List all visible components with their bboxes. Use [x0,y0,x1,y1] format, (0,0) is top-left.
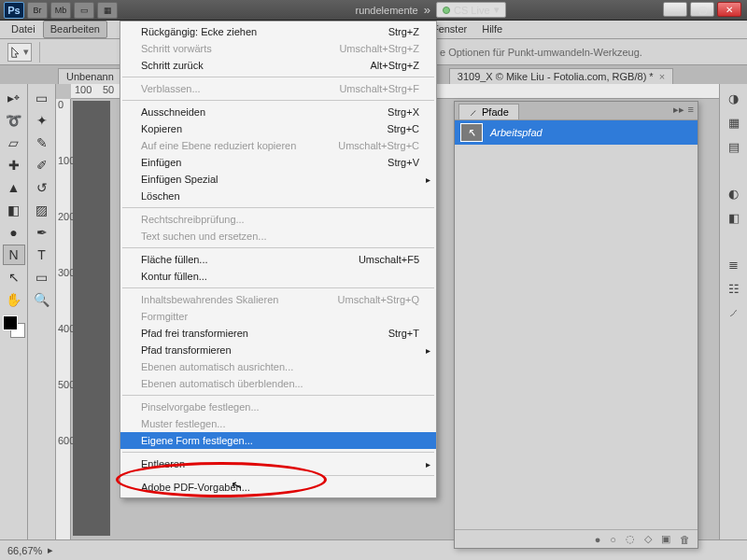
pen-tool[interactable]: ✒ [31,222,53,243]
workspace-label[interactable]: rundelemente [355,5,417,16]
menu-paste-special[interactable]: Einfügen Spezial▸ [120,171,436,188]
marquee-tool[interactable]: ▭ [31,88,53,108]
hand-tool[interactable]: ✋ [3,289,25,310]
submenu-arrow-icon: ▸ [426,175,430,185]
convert-point-tool[interactable]: N [3,245,25,265]
path-item[interactable]: ↖ Arbeitspfad [455,120,698,145]
menu-cut[interactable]: AusschneidenStrg+X [120,104,436,120]
menu-hilfe[interactable]: Hilfe [474,21,510,38]
eyedropper-tool[interactable]: ✎ [31,133,53,153]
separator [122,395,434,396]
doc-tab-2[interactable]: 3109_X © Mike Liu - Fotolia.com, RGB/8) … [449,68,673,84]
app-logo[interactable]: Ps [4,2,24,19]
shape-tool[interactable]: ▭ [31,267,53,287]
separator [122,287,434,288]
menu-free-transform-path[interactable]: Pfad frei transformierenStrg+T [120,325,436,342]
color-swatch[interactable] [3,315,25,338]
eraser-tool[interactable]: ◧ [3,200,25,220]
menu-content-aware-scale: Inhaltsbewahrendes SkalierenUmschalt+Str… [120,291,436,308]
new-path-icon[interactable]: ▣ [661,533,670,545]
panel-tab-bar: ⟋ Pfade ▸▸ ≡ [455,102,698,120]
swatches-panel-icon[interactable]: ▦ [724,112,744,133]
delete-path-icon[interactable]: 🗑 [680,534,690,545]
separator [122,100,434,101]
separator [122,475,434,476]
view-extras-button[interactable]: ▦ [97,2,118,19]
path-thumbnail: ↖ [460,123,483,142]
panel-menu-icon[interactable]: ≡ [688,104,694,116]
panel-collapse-icon[interactable]: ▸▸ [673,104,684,116]
hint-text: e Optionen für Punkt-umwandeln-Werkzeug. [440,47,642,58]
bridge-button[interactable]: Br [27,2,48,19]
crop-tool[interactable]: ▱ [3,133,25,153]
menu-auto-align: Ebenen automatisch ausrichten... [120,358,436,375]
channels-panel-icon[interactable]: ☷ [724,278,744,299]
menu-transform-path[interactable]: Pfad transformieren▸ [120,342,436,358]
menu-datei[interactable]: Datei [4,21,43,38]
minimize-button[interactable]: — [663,2,687,17]
titlebar: Ps Br Mb ▭ ▦ rundelemente » CS Live ▾ — … [0,0,747,21]
move-tool[interactable]: ▸✥ [3,88,25,108]
maximize-button[interactable]: ▢ [690,2,714,17]
foreground-color[interactable] [3,315,18,330]
menu-define-custom-shape[interactable]: Eigene Form festlegen... [120,432,436,449]
lasso-tool[interactable]: ➰ [3,110,25,131]
close-button[interactable]: ✕ [717,2,741,17]
clone-stamp-tool[interactable]: ▲ [3,177,25,198]
zoom-tool[interactable]: 🔍 [31,289,53,310]
masks-panel-icon[interactable]: ◧ [724,207,744,228]
submenu-arrow-icon: ▸ [426,345,430,356]
paths-tab[interactable]: ⟋ Pfade [458,104,519,119]
menu-copy-merged: Auf eine Ebene reduziert kopierenUmschal… [120,137,436,154]
paths-list: ↖ Arbeitspfad [455,120,698,529]
color-panel-icon[interactable]: ◑ [724,88,744,108]
menu-undo[interactable]: Rückgängig: Ecke ziehenStrg+Z [120,23,436,40]
workspace-more-icon[interactable]: » [424,3,430,17]
menu-define-pattern: Muster festlegen... [120,415,436,432]
path-label: Arbeitspfad [490,127,543,138]
menu-delete[interactable]: Löschen [120,188,436,204]
brush-tool[interactable]: ✐ [31,155,53,175]
paths-panel: ⟋ Pfade ▸▸ ≡ ↖ Arbeitspfad ● ○ ◌ ◇ ▣ 🗑 [454,101,698,549]
type-tool[interactable]: T [31,245,53,265]
path-selection-tool[interactable]: ↖ [3,267,25,287]
layers-panel-icon[interactable]: ≣ [724,254,744,274]
close-icon[interactable]: × [659,71,665,82]
cslive-button[interactable]: CS Live ▾ [436,2,506,18]
submenu-arrow-icon: ▸ [426,459,430,469]
paths-panel-icon[interactable]: ⟋ [724,302,744,323]
toolbox-col-b: ▭ ✦ ✎ ✐ ↺ ▨ ✒ T ▭ 🔍 [28,84,56,539]
separator [122,452,434,453]
styles-panel-icon[interactable]: ▤ [724,136,744,157]
menu-paste[interactable]: EinfügenStrg+V [120,154,436,171]
gradient-tool[interactable]: ▨ [31,200,53,220]
screen-mode-button[interactable]: ▭ [74,2,94,19]
menu-purge[interactable]: Entleeren▸ [120,455,436,472]
cslive-status-dot [443,7,450,14]
menu-stroke[interactable]: Kontur füllen... [120,268,436,285]
status-arrow-icon[interactable]: ▸ [48,544,53,556]
menu-bearbeiten[interactable]: Bearbeiten [43,21,107,38]
zoom-field[interactable]: 66,67% [7,545,42,556]
magic-wand-tool[interactable]: ✦ [31,110,53,131]
load-selection-icon[interactable]: ◌ [626,533,635,545]
dodge-tool[interactable]: ● [3,222,25,243]
doc-tab-1[interactable]: Unbenann [58,68,122,84]
stroke-path-icon[interactable]: ○ [610,534,616,545]
fill-path-icon[interactable]: ● [595,534,601,545]
menu-pdf-presets[interactable]: Adobe PDF-Vorgaben... [120,479,436,496]
tool-preset-picker[interactable]: ▾ [7,43,32,62]
separator [122,207,434,208]
healing-brush-tool[interactable]: ✚ [3,155,25,175]
make-workpath-icon[interactable]: ◇ [644,533,652,545]
history-brush-tool[interactable]: ↺ [31,177,53,198]
menu-step-backward[interactable]: Schritt zurückAlt+Strg+Z [120,57,436,74]
adjustments-panel-icon[interactable]: ◐ [724,183,744,203]
menu-puppet-warp: Formgitter [120,308,436,325]
minibridge-button[interactable]: Mb [50,2,71,19]
convert-point-icon [10,46,23,59]
menu-auto-blend: Ebenen automatisch überblenden... [120,375,436,392]
menu-fill[interactable]: Fläche füllen...Umschalt+F5 [120,251,436,268]
document-canvas[interactable] [73,101,110,536]
menu-copy[interactable]: KopierenStrg+C [120,120,436,137]
